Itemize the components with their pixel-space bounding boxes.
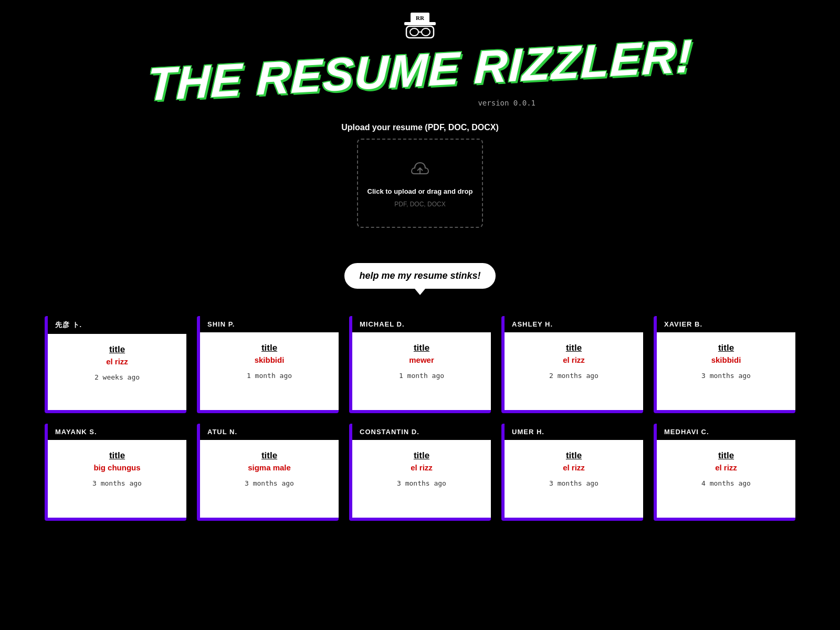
card-title: title [667,450,785,461]
upload-click-text[interactable]: Click to upload [368,187,416,195]
card-timestamp: 3 months ago [549,479,598,487]
resume-card[interactable]: CONSTANTIN D. title el rizz 3 months ago [349,424,491,521]
card-username: SHIN P. [200,316,339,332]
card-username: 先彦 ト. [48,316,186,334]
resume-card[interactable]: MEDHAVI C. title el rizz 4 months ago [654,424,795,521]
card-rizz-level: big chungus [58,463,176,472]
upload-dropzone[interactable]: Click to upload or drag and drop PDF, DO… [357,139,483,228]
svg-point-4 [410,28,418,36]
card-timestamp: 1 month ago [399,372,444,380]
resume-card[interactable]: ASHLEY H. title el rizz 2 months ago [501,316,643,413]
upload-drag-text: or drag and drop [416,187,473,195]
card-body: title skibbidi 3 months ago [657,343,795,380]
card-body: title mewer 1 month ago [352,343,491,380]
card-timestamp: 3 months ago [92,479,142,487]
card-title: title [211,450,328,461]
card-title: title [515,450,633,461]
upload-formats: PDF, DOC, DOCX [394,201,445,208]
version-text: version 0.0.1 [478,99,536,107]
cards-section: 先彦 ト. title el rizz 2 weeks ago SHIN P. … [0,290,840,547]
card-body: title big chungus 3 months ago [48,450,186,488]
card-rizz-level: el rizz [58,357,176,366]
card-username: ATUL N. [200,424,339,440]
card-title: title [363,450,480,461]
card-title: title [515,343,633,353]
card-rizz-level: mewer [363,355,480,364]
card-timestamp: 1 month ago [247,372,292,380]
logo-icon: RR [399,10,441,42]
card-timestamp: 3 months ago [701,372,751,380]
resume-card[interactable]: 先彦 ト. title el rizz 2 weeks ago [45,316,186,413]
card-body: title skibbidi 1 month ago [200,343,339,380]
upload-cloud-icon [410,159,430,182]
card-username: MEDHAVI C. [657,424,795,440]
resume-card[interactable]: MICHAEL D. title mewer 1 month ago [349,316,491,413]
resume-card[interactable]: UMER H. title el rizz 3 months ago [501,424,643,521]
card-username: CONSTANTIN D. [352,424,491,440]
card-username: UMER H. [505,424,643,440]
card-timestamp: 4 months ago [701,479,751,487]
card-username: MICHAEL D. [352,316,491,332]
card-timestamp: 3 months ago [245,479,294,487]
card-rizz-level: el rizz [515,463,633,472]
resume-card[interactable]: MAYANK S. title big chungus 3 months ago [45,424,186,521]
upload-instructions: Click to upload or drag and drop [368,187,473,195]
card-rizz-level: el rizz [667,463,785,472]
card-username: MAYANK S. [48,424,186,440]
card-title: title [363,343,480,353]
card-body: title el rizz 3 months ago [505,450,643,488]
resume-card[interactable]: ATUL N. title sigma male 3 months ago [197,424,339,521]
card-title: title [667,343,785,353]
card-username: ASHLEY H. [505,316,643,332]
card-body: title el rizz 4 months ago [657,450,795,488]
svg-text:RR: RR [416,15,425,21]
card-title: title [58,344,176,355]
header: RR THE RESUME RIZZLER! version 0.0.1 [0,0,840,107]
card-timestamp: 2 weeks ago [94,373,140,381]
card-rizz-level: skibbidi [667,355,785,364]
card-title: title [58,450,176,461]
card-body: title sigma male 3 months ago [200,450,339,488]
card-body: title el rizz 2 months ago [505,343,643,380]
resume-card[interactable]: XAVIER B. title skibbidi 3 months ago [654,316,795,413]
card-rizz-level: skibbidi [211,355,328,364]
upload-section: Upload your resume (PDF, DOC, DOCX) Clic… [0,123,840,228]
card-timestamp: 2 months ago [549,372,598,380]
card-body: title el rizz 3 months ago [352,450,491,488]
card-body: title el rizz 2 weeks ago [48,344,186,382]
card-timestamp: 3 months ago [397,479,446,487]
card-title: title [211,343,328,353]
main-title: THE RESUME RIZZLER! [146,33,694,108]
upload-label: Upload your resume (PDF, DOC, DOCX) [341,123,499,132]
card-rizz-level: el rizz [363,463,480,472]
resume-card[interactable]: SHIN P. title skibbidi 1 month ago [197,316,339,413]
card-username: XAVIER B. [657,316,795,332]
cards-row-1: 先彦 ト. title el rizz 2 weeks ago SHIN P. … [42,316,798,413]
svg-point-5 [422,28,430,36]
cta-bubble[interactable]: help me my resume stinks! [343,262,496,290]
card-rizz-level: el rizz [515,355,633,364]
cards-row-2: MAYANK S. title big chungus 3 months ago… [42,424,798,521]
card-rizz-level: sigma male [211,463,328,472]
